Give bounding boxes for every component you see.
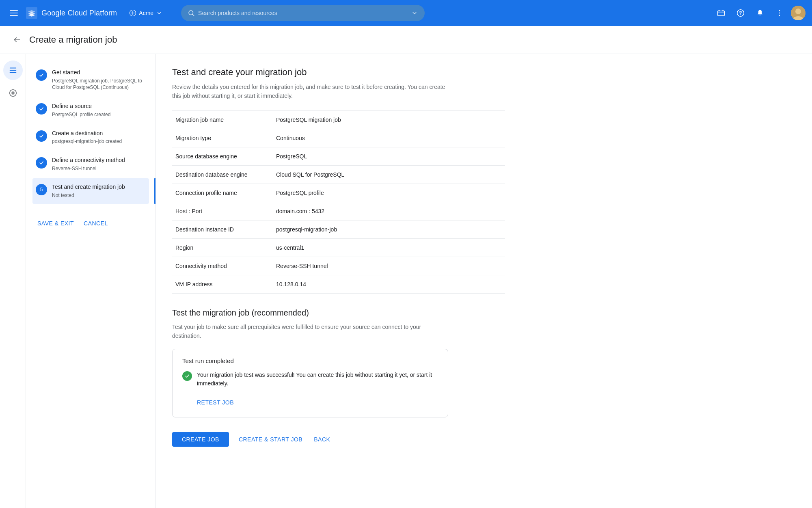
step-subtitle-4: Reverse-SSH tunnel xyxy=(52,165,146,172)
step-text-5: Test and create migration job Not tested xyxy=(52,183,146,199)
back-button[interactable] xyxy=(10,32,24,47)
step-title-3: Create a destination xyxy=(52,130,146,138)
step-indicator-4 xyxy=(36,157,47,169)
table-row: Connectivity method Reverse-SSH tunnel xyxy=(172,257,505,275)
table-value-0: PostgreSQL migration job xyxy=(270,110,505,129)
nav-logo-text: Google Cloud Platform xyxy=(41,9,117,17)
svg-rect-0 xyxy=(10,10,18,11)
step-text-4: Define a connectivity method Reverse-SSH… xyxy=(52,156,146,172)
test-run-title: Test run completed xyxy=(182,357,438,364)
table-label-8: Connectivity method xyxy=(172,257,270,275)
table-value-8: Reverse-SSH tunnel xyxy=(270,257,505,275)
svg-point-9 xyxy=(779,10,780,11)
step-indicator-1 xyxy=(36,69,47,81)
sidebar-actions: SAVE & EXIT CANCEL xyxy=(32,210,149,236)
save-exit-button[interactable]: SAVE & EXIT xyxy=(36,217,76,230)
table-label-1: Migration type xyxy=(172,129,270,147)
cancel-button[interactable]: CANCEL xyxy=(82,217,110,230)
test-run-message: Your migration job test was successful! … xyxy=(197,371,438,388)
step-text-1: Get started PostgreSQL migration job, Po… xyxy=(52,69,146,91)
rail-icon-connect[interactable] xyxy=(3,83,23,103)
table-row: Host : Port domain.com : 5432 xyxy=(172,202,505,220)
search-bar[interactable] xyxy=(181,5,425,21)
step-title-2: Define a source xyxy=(52,102,146,110)
info-table: Migration job name PostgreSQL migration … xyxy=(172,110,505,294)
table-value-3: Cloud SQL for PostgreSQL xyxy=(270,165,505,184)
step-indicator-2 xyxy=(36,103,47,115)
step-subtitle-1: PostgreSQL migration job, PostgreSQL to … xyxy=(52,78,146,91)
svg-rect-1 xyxy=(10,13,18,13)
search-dropdown-icon[interactable] xyxy=(411,9,418,17)
step-item-define-connectivity[interactable]: Define a connectivity method Reverse-SSH… xyxy=(32,151,149,177)
help-icon[interactable] xyxy=(732,5,749,21)
avatar[interactable] xyxy=(791,6,806,20)
stepper-sidebar: Get started PostgreSQL migration job, Po… xyxy=(26,54,156,508)
content-area: Get started PostgreSQL migration job, Po… xyxy=(0,54,812,508)
step-item-get-started[interactable]: Get started PostgreSQL migration job, Po… xyxy=(32,64,149,96)
step-indicator-3 xyxy=(36,130,47,142)
search-input[interactable] xyxy=(198,10,408,16)
step-subtitle-2: PostgreSQL profile created xyxy=(52,111,146,118)
table-row: Migration type Continuous xyxy=(172,129,505,147)
table-label-7: Region xyxy=(172,238,270,257)
nav-icons xyxy=(713,5,806,21)
step-title-5: Test and create migration job xyxy=(52,183,146,191)
table-value-7: us-central1 xyxy=(270,238,505,257)
step-item-test-create[interactable]: 5 Test and create migration job Not test… xyxy=(32,178,149,203)
table-label-9: VM IP address xyxy=(172,275,270,293)
bottom-actions: CREATE JOB CREATE & START JOB BACK xyxy=(172,432,505,447)
search-icon xyxy=(188,9,195,17)
main-section-description: Review the details you entered for this … xyxy=(172,82,448,101)
table-label-4: Connection profile name xyxy=(172,184,270,202)
table-row: Migration job name PostgreSQL migration … xyxy=(172,110,505,129)
svg-point-11 xyxy=(779,15,780,16)
table-row: Source database engine PostgreSQL xyxy=(172,147,505,165)
success-icon xyxy=(182,371,192,381)
icon-rail xyxy=(0,54,26,508)
notifications-icon[interactable] xyxy=(713,5,729,21)
table-row: Connection profile name PostgreSQL profi… xyxy=(172,184,505,202)
svg-point-10 xyxy=(779,13,780,14)
step-item-create-destination[interactable]: Create a destination postgresql-migratio… xyxy=(32,125,149,150)
table-value-2: PostgreSQL xyxy=(270,147,505,165)
table-row: Destination instance ID postgresql-migra… xyxy=(172,220,505,238)
step-title-1: Get started xyxy=(52,69,146,77)
back-action-button[interactable]: BACK xyxy=(312,432,332,447)
step-text-3: Create a destination postgresql-migratio… xyxy=(52,130,146,145)
hamburger-menu[interactable] xyxy=(6,6,21,20)
step-title-4: Define a connectivity method xyxy=(52,156,146,164)
table-row: VM IP address 10.128.0.14 xyxy=(172,275,505,293)
top-navigation: Google Cloud Platform Acme xyxy=(0,0,812,26)
step-text-2: Define a source PostgreSQL profile creat… xyxy=(52,102,146,118)
table-value-5: domain.com : 5432 xyxy=(270,202,505,220)
svg-rect-2 xyxy=(10,15,18,16)
table-row: Region us-central1 xyxy=(172,238,505,257)
create-job-button[interactable]: CREATE JOB xyxy=(172,432,229,447)
svg-rect-15 xyxy=(9,70,16,71)
test-section-description: Test your job to make sure all prerequis… xyxy=(172,322,448,341)
table-row: Destination database engine Cloud SQL fo… xyxy=(172,165,505,184)
active-step-bar xyxy=(154,178,155,203)
step-subtitle-5: Not tested xyxy=(52,192,146,199)
step-subtitle-3: postgresql-migration-job created xyxy=(52,138,146,145)
table-label-5: Host : Port xyxy=(172,202,270,220)
project-selector[interactable]: Acme xyxy=(125,7,166,19)
svg-point-8 xyxy=(740,14,741,15)
test-section-title: Test the migration job (recommended) xyxy=(172,308,505,318)
rail-icon-list[interactable] xyxy=(3,61,23,80)
test-run-box: Test run completed Your migration job te… xyxy=(172,349,448,417)
table-label-3: Destination database engine xyxy=(172,165,270,184)
step-indicator-5: 5 xyxy=(36,184,47,195)
svg-point-18 xyxy=(12,92,14,94)
bell-icon[interactable] xyxy=(752,5,768,21)
step-item-define-source[interactable]: Define a source PostgreSQL profile creat… xyxy=(32,97,149,123)
table-label-6: Destination instance ID xyxy=(172,220,270,238)
table-label-2: Source database engine xyxy=(172,147,270,165)
nav-logo: Google Cloud Platform xyxy=(26,7,117,19)
project-name: Acme xyxy=(139,10,153,16)
retest-job-button[interactable]: RETEST JOB xyxy=(197,396,234,409)
more-options-icon[interactable] xyxy=(771,5,788,21)
create-start-job-button[interactable]: CREATE & START JOB xyxy=(237,432,304,447)
main-content: Test and create your migration job Revie… xyxy=(156,54,521,508)
main-section-title: Test and create your migration job xyxy=(172,67,505,78)
